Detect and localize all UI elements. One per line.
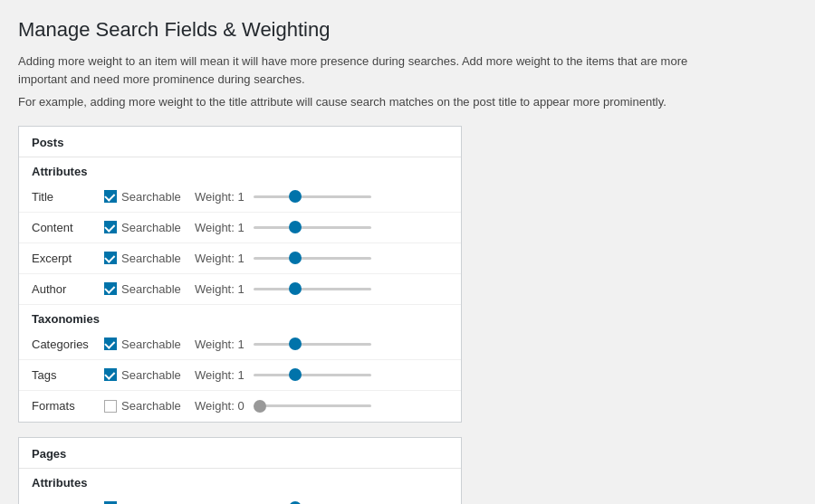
checkbox-posts-content[interactable]: [104, 221, 117, 233]
field-name-posts-tags: Tags: [32, 368, 104, 382]
field-name-posts-excerpt: Excerpt: [32, 252, 104, 265]
checkbox-posts-author[interactable]: [104, 282, 117, 295]
description-2: For example, adding more weight to the t…: [18, 93, 706, 111]
field-name-posts-content: Content: [32, 221, 104, 234]
searchable-text-posts-content: Searchable: [121, 221, 181, 234]
slider-container-posts-author: [254, 288, 448, 290]
field-name-pages-title: Title: [32, 501, 104, 505]
field-row-posts-title: TitleSearchableWeight: 1: [19, 182, 461, 213]
slider-container-posts-content: [254, 226, 448, 229]
searchable-label-posts-formats[interactable]: Searchable: [104, 399, 195, 413]
section-title-posts: Posts: [19, 127, 461, 157]
weight-slider-posts-content[interactable]: [254, 226, 371, 229]
searchable-label-posts-author[interactable]: Searchable: [104, 282, 195, 296]
field-name-posts-title: Title: [32, 190, 104, 204]
checkbox-posts-title[interactable]: [104, 190, 117, 203]
subsection-title-posts-taxonomies: Taxonomies: [19, 305, 461, 329]
weight-slider-posts-formats[interactable]: [254, 404, 371, 407]
weight-slider-posts-categories[interactable]: [254, 343, 371, 346]
section-pages: PagesAttributesTitleSearchableWeight: 1C…: [18, 437, 462, 505]
field-name-posts-formats: Formats: [32, 399, 104, 413]
weight-slider-posts-title[interactable]: [254, 195, 371, 198]
weight-slider-posts-author[interactable]: [254, 288, 371, 290]
checkbox-posts-excerpt[interactable]: [104, 252, 117, 264]
searchable-label-posts-excerpt[interactable]: Searchable: [104, 252, 195, 265]
slider-container-posts-excerpt: [254, 257, 448, 260]
description-1: Adding more weight to an item will mean …: [18, 52, 706, 88]
searchable-text-posts-categories: Searchable: [121, 338, 181, 351]
weight-label-posts-content: Weight: 1: [195, 221, 254, 234]
slider-container-posts-categories: [254, 343, 448, 346]
slider-container-posts-formats: [254, 404, 448, 407]
searchable-text-posts-formats: Searchable: [121, 399, 181, 413]
weight-label-posts-formats: Weight: 0: [195, 399, 254, 413]
weight-label-posts-categories: Weight: 1: [195, 338, 254, 351]
field-row-posts-tags: TagsSearchableWeight: 1: [19, 360, 461, 391]
searchable-label-posts-tags[interactable]: Searchable: [104, 368, 195, 382]
field-row-posts-categories: CategoriesSearchableWeight: 1: [19, 329, 461, 360]
searchable-text-posts-author: Searchable: [121, 282, 181, 296]
searchable-label-posts-title[interactable]: Searchable: [104, 190, 195, 204]
slider-container-posts-title: [254, 195, 448, 198]
weight-slider-posts-excerpt[interactable]: [254, 257, 371, 260]
field-name-posts-categories: Categories: [32, 338, 104, 351]
searchable-label-posts-content[interactable]: Searchable: [104, 221, 195, 234]
searchable-text-posts-excerpt: Searchable: [121, 252, 181, 265]
weight-slider-posts-tags[interactable]: [254, 374, 371, 376]
weight-label-posts-tags: Weight: 1: [195, 368, 254, 382]
section-title-pages: Pages: [19, 438, 461, 469]
checkbox-posts-tags[interactable]: [104, 368, 117, 381]
subsection-title-posts-attributes: Attributes: [19, 157, 461, 182]
searchable-text-pages-title: Searchable: [121, 501, 181, 505]
weight-label-posts-excerpt: Weight: 1: [195, 252, 254, 265]
field-row-pages-title: TitleSearchableWeight: 1: [19, 493, 461, 505]
section-posts: PostsAttributesTitleSearchableWeight: 1C…: [18, 126, 462, 423]
checkbox-posts-categories[interactable]: [104, 338, 117, 350]
field-row-posts-content: ContentSearchableWeight: 1: [19, 213, 461, 243]
weight-label-pages-title: Weight: 1: [195, 501, 254, 505]
searchable-text-posts-tags: Searchable: [121, 368, 181, 382]
searchable-text-posts-title: Searchable: [121, 190, 181, 204]
slider-container-posts-tags: [254, 374, 448, 376]
searchable-label-posts-categories[interactable]: Searchable: [104, 338, 195, 351]
weight-label-posts-author: Weight: 1: [195, 282, 254, 296]
field-name-posts-author: Author: [32, 282, 104, 296]
searchable-label-pages-title[interactable]: Searchable: [104, 501, 195, 505]
field-row-posts-formats: FormatsSearchableWeight: 0: [19, 391, 461, 422]
field-row-posts-author: AuthorSearchableWeight: 1: [19, 274, 461, 305]
subsection-title-pages-attributes: Attributes: [19, 469, 461, 493]
checkbox-posts-formats[interactable]: [104, 400, 117, 413]
page-title: Manage Search Fields & Weighting: [18, 18, 797, 42]
field-row-posts-excerpt: ExcerptSearchableWeight: 1: [19, 243, 461, 274]
weight-label-posts-title: Weight: 1: [195, 190, 254, 204]
